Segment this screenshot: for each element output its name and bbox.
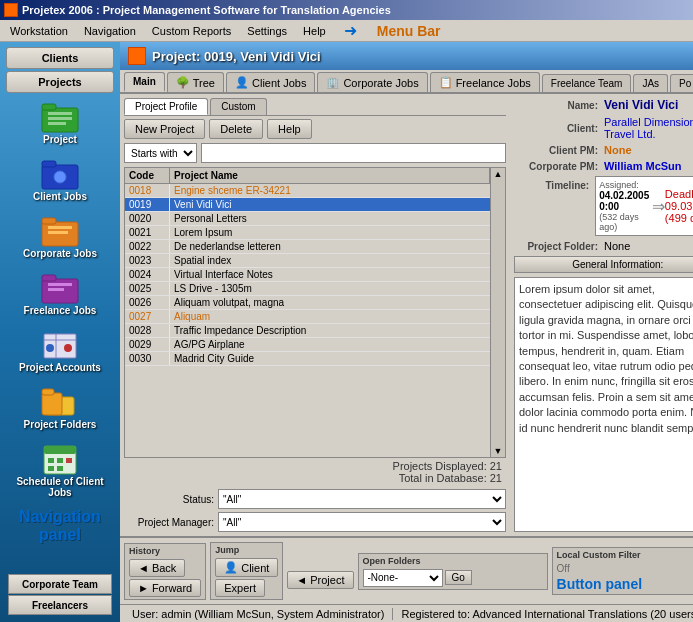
- svg-rect-23: [42, 389, 54, 395]
- status-filter-row: Status: "All": [124, 489, 506, 509]
- jump-label: Jump: [215, 545, 278, 555]
- tabs-bar: Main 🌳 Tree 👤 Client Jobs 🏢 Corporate Jo…: [120, 70, 693, 94]
- svg-rect-2: [48, 112, 72, 115]
- sidebar-item-project-folders[interactable]: Project Folders: [6, 381, 114, 434]
- table-row[interactable]: 0030 Madrid City Guide: [125, 352, 490, 366]
- svg-rect-11: [48, 231, 68, 234]
- project-icon: [40, 100, 80, 134]
- tab-freelance-jobs[interactable]: 📋 Freelance Jobs: [430, 72, 540, 92]
- new-project-button[interactable]: New Project: [124, 119, 205, 139]
- app-icon: [4, 3, 18, 17]
- button-panel-label: Button panel: [557, 576, 693, 592]
- table-row[interactable]: 0021 Lorem Ipsum: [125, 226, 490, 240]
- table-row[interactable]: 0018 Engine shceme ER-34221: [125, 184, 490, 198]
- menu-help[interactable]: Help: [295, 23, 334, 39]
- title-bar: Projetex 2006 : Project Management Softw…: [0, 0, 693, 20]
- expert-jump-button[interactable]: Expert: [215, 579, 265, 597]
- tab-jas[interactable]: JAs: [633, 74, 668, 92]
- timeline-right: Deadline: 09.03.20 (499 da: [665, 188, 693, 224]
- tab-freelance-team[interactable]: Freelance Team: [542, 74, 632, 92]
- sub-tab-custom[interactable]: Custom: [210, 98, 266, 115]
- menu-workstation[interactable]: Workstation: [2, 23, 76, 39]
- svg-point-19: [46, 344, 54, 352]
- status-combo[interactable]: "All": [218, 489, 506, 509]
- search-input[interactable]: [201, 143, 506, 163]
- client-pm-label: Client PM:: [514, 145, 604, 156]
- menu-custom-reports[interactable]: Custom Reports: [144, 23, 239, 39]
- stats-row: Projects Displayed: 21 Total in Database…: [124, 458, 506, 486]
- sidebar-item-freelance-jobs[interactable]: Freelance Jobs: [6, 267, 114, 320]
- tab-client-jobs[interactable]: 👤 Client Jobs: [226, 72, 315, 92]
- table-row[interactable]: 0027 Aliquam: [125, 310, 490, 324]
- status-label: Status:: [124, 494, 214, 505]
- projects-button[interactable]: Projects: [6, 71, 114, 93]
- table-scrollbar[interactable]: ▲ ▼: [490, 168, 505, 457]
- project-table: Code Project Name 0018 Engine shceme ER-…: [124, 167, 506, 458]
- back-button[interactable]: ◄ Back: [129, 559, 185, 577]
- table-row[interactable]: 0020 Personal Letters: [125, 212, 490, 226]
- client-pm-field-row: Client PM: None: [514, 144, 693, 156]
- table-row[interactable]: 0026 Aliquam volutpat, magna: [125, 296, 490, 310]
- back-arrow-icon: ◄: [138, 562, 149, 574]
- search-type-combo[interactable]: Starts with: [124, 143, 197, 163]
- sub-tab-profile[interactable]: Project Profile: [124, 98, 208, 115]
- tab-po[interactable]: Po: [670, 74, 693, 92]
- table-row[interactable]: 0023 Spatial index: [125, 254, 490, 268]
- folders-select[interactable]: -None-: [363, 569, 443, 587]
- menu-settings[interactable]: Settings: [239, 23, 295, 39]
- sidebar-item-schedule-label: Schedule of Client Jobs: [8, 476, 112, 498]
- help-button[interactable]: Help: [267, 119, 312, 139]
- name-field-row: Name: Veni Vidi Vici: [514, 98, 693, 112]
- sidebar-item-client-jobs[interactable]: Client Jobs: [6, 153, 114, 206]
- table-row[interactable]: 0028 Traffic Impedance Description: [125, 324, 490, 338]
- table-row[interactable]: 0019 Veni Vidi Vici: [125, 198, 490, 212]
- open-folders-section: Open Folders -None- Go: [358, 553, 548, 590]
- description-text: Lorem ipsum dolor sit amet, consectetuer…: [519, 283, 693, 434]
- delete-button[interactable]: Delete: [209, 119, 263, 139]
- timeline-left: Assigned: 04.02.2005 0:00 (532 days ago): [599, 180, 652, 232]
- menu-navigation[interactable]: Navigation: [76, 23, 144, 39]
- manager-combo[interactable]: "All": [218, 512, 506, 532]
- client-jobs-icon: [40, 157, 80, 191]
- folder-field-row: Project Folder: None: [514, 240, 693, 252]
- open-folders-row: -None- Go: [363, 569, 543, 587]
- forward-button[interactable]: ► Forward: [129, 579, 201, 597]
- user-status: User: admin (William McSun, System Admin…: [124, 608, 393, 620]
- tree-tab-icon: 🌳: [176, 76, 190, 89]
- table-row[interactable]: 0025 LS Drive - 1305m: [125, 282, 490, 296]
- local-filter-label: Local Custom Filter: [557, 550, 693, 560]
- svg-rect-30: [57, 466, 63, 471]
- tab-corporate-jobs[interactable]: 🏢 Corporate Jobs: [317, 72, 427, 92]
- project-jump-icon: ◄: [296, 574, 307, 586]
- sidebar-item-project-accounts[interactable]: Project Accounts: [6, 324, 114, 377]
- table-body[interactable]: 0018 Engine shceme ER-34221 0019 Veni Vi…: [125, 184, 490, 404]
- tab-tree[interactable]: 🌳 Tree: [167, 72, 224, 92]
- general-info-button[interactable]: General Information:: [514, 256, 693, 273]
- sidebar-item-schedule[interactable]: Schedule of Client Jobs: [6, 438, 114, 502]
- corporate-pm-value: William McSun: [604, 160, 693, 172]
- corporate-team-button[interactable]: Corporate Team: [8, 574, 112, 594]
- freelancers-button[interactable]: Freelancers: [8, 595, 112, 615]
- svg-rect-1: [42, 104, 56, 110]
- scroll-down[interactable]: ▼: [491, 445, 505, 457]
- corporate-pm-label: Corporate PM:: [514, 161, 604, 172]
- go-button[interactable]: Go: [445, 570, 472, 585]
- client-jump-button[interactable]: 👤 Client: [215, 558, 278, 577]
- bottom-panel: History ◄ Back ► Forward Jump: [120, 536, 693, 604]
- scroll-up[interactable]: ▲: [491, 168, 505, 180]
- svg-rect-15: [48, 288, 64, 291]
- clients-button[interactable]: Clients: [6, 47, 114, 69]
- sidebar-item-project-folders-label: Project Folders: [24, 419, 97, 430]
- table-row[interactable]: 0024 Virtual Interface Notes: [125, 268, 490, 282]
- project-jump-button[interactable]: ◄ Project: [287, 571, 353, 589]
- sidebar-item-corporate-jobs[interactable]: Corporate Jobs: [6, 210, 114, 263]
- project-header-icon: [128, 47, 146, 65]
- sidebar-item-project[interactable]: Project: [6, 96, 114, 149]
- table-row[interactable]: 0029 AG/PG Airplane: [125, 338, 490, 352]
- table-row[interactable]: 0022 De nederlandse letteren: [125, 240, 490, 254]
- freelance-jobs-tab-icon: 📋: [439, 76, 453, 89]
- sub-tabs-area: Project Profile Custom: [124, 98, 506, 116]
- tab-main[interactable]: Main: [124, 72, 165, 92]
- svg-rect-29: [48, 466, 54, 471]
- sidebar-item-client-jobs-label: Client Jobs: [33, 191, 87, 202]
